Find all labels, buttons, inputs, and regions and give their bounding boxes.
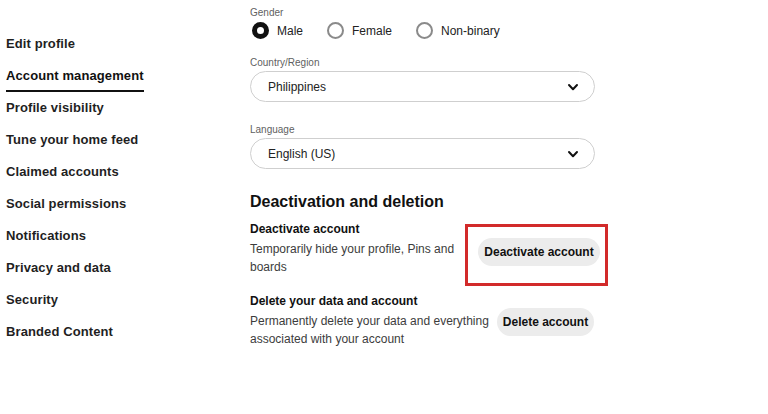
gender-option-female[interactable]: Female — [327, 22, 392, 39]
gender-option-male[interactable]: Male — [252, 22, 303, 39]
sidebar-item-notifications[interactable]: Notifications — [6, 226, 216, 258]
deactivate-account-button[interactable]: Deactivate account — [478, 238, 600, 266]
country-select[interactable]: Philippines — [250, 71, 595, 102]
sidebar-item-account-management[interactable]: Account management — [6, 66, 216, 98]
sidebar-item-label: Claimed accounts — [6, 164, 119, 179]
language-select-value: English (US) — [268, 147, 567, 161]
sidebar-item-label: Branded Content — [6, 324, 113, 339]
deactivate-account-title: Deactivate account — [250, 222, 359, 236]
country-select-value: Philippines — [268, 80, 567, 94]
sidebar-item-edit-profile[interactable]: Edit profile — [6, 34, 216, 66]
language-select[interactable]: English (US) — [250, 138, 595, 169]
sidebar-item-claimed-accounts[interactable]: Claimed accounts — [6, 162, 216, 194]
sidebar-item-security[interactable]: Security — [6, 290, 216, 322]
deactivate-account-description: Temporarily hide your profile, Pins and … — [250, 240, 495, 276]
language-label: Language — [250, 124, 295, 135]
delete-account-description: Permanently delete your data and everyth… — [250, 312, 500, 348]
description-line: Temporarily hide your profile, Pins and — [250, 240, 495, 258]
sidebar-item-branded-content[interactable]: Branded Content — [6, 322, 216, 354]
deactivation-deletion-heading: Deactivation and deletion — [250, 193, 444, 211]
radio-selected-icon — [252, 22, 269, 39]
radio-unselected-icon — [416, 22, 433, 39]
radio-label: Male — [277, 24, 303, 38]
sidebar-item-profile-visibility[interactable]: Profile visibility — [6, 98, 216, 130]
sidebar-item-label: Social permissions — [6, 196, 126, 211]
description-line: boards — [250, 258, 495, 276]
gender-option-non-binary[interactable]: Non-binary — [416, 22, 500, 39]
radio-label: Female — [352, 24, 392, 38]
sidebar-item-privacy-and-data[interactable]: Privacy and data — [6, 258, 216, 290]
settings-sidebar: Edit profile Account management Profile … — [6, 34, 216, 354]
sidebar-item-label: Privacy and data — [6, 260, 111, 275]
country-label: Country/Region — [250, 57, 319, 68]
sidebar-item-label: Tune your home feed — [6, 132, 138, 147]
chevron-down-icon — [567, 81, 579, 93]
settings-page: Edit profile Account management Profile … — [0, 0, 768, 414]
delete-account-button[interactable]: Delete account — [497, 308, 594, 336]
chevron-down-icon — [567, 148, 579, 160]
delete-account-title: Delete your data and account — [250, 294, 417, 308]
sidebar-item-tune-home-feed[interactable]: Tune your home feed — [6, 130, 216, 162]
gender-label: Gender — [250, 7, 283, 18]
sidebar-item-label: Account management — [6, 68, 144, 92]
sidebar-item-label: Security — [6, 292, 58, 307]
sidebar-item-label: Edit profile — [6, 36, 75, 51]
sidebar-item-label: Profile visibility — [6, 100, 104, 115]
description-line: associated with your account — [250, 330, 500, 348]
radio-label: Non-binary — [441, 24, 500, 38]
sidebar-item-social-permissions[interactable]: Social permissions — [6, 194, 216, 226]
sidebar-item-label: Notifications — [6, 228, 86, 243]
gender-radio-group: Male Female Non-binary — [252, 22, 500, 39]
radio-unselected-icon — [327, 22, 344, 39]
description-line: Permanently delete your data and everyth… — [250, 312, 500, 330]
